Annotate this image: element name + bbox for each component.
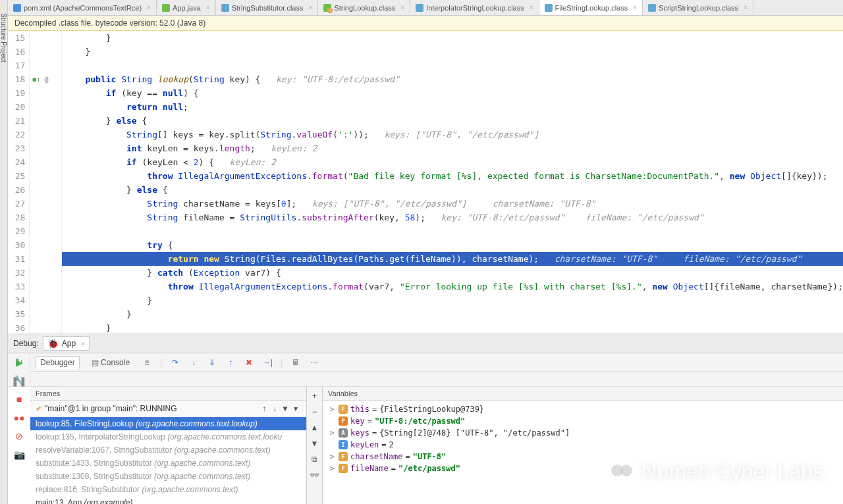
stack-frame-row[interactable]: replace:816, StringSubstitutor (org.apac… (30, 483, 306, 496)
editor-tab[interactable]: StringSubstitutor.class× (216, 0, 319, 15)
chevron-down-icon[interactable]: ▾ (290, 403, 301, 414)
frames-side-controls: + − ▲ ▼ ⧉ 👓 (307, 387, 323, 504)
thread-selector[interactable]: ✔ "main"@1 in group "main": RUNNING ↑ ↓ … (30, 401, 306, 417)
stack-frame-row[interactable]: main:13, App (org.example) (30, 496, 306, 504)
debug-config-tab[interactable]: 🐞 App × (43, 336, 90, 351)
stack-frame-row[interactable]: resolveVariable:1067, StringSubstitutor … (30, 443, 306, 457)
remove-watch-icon[interactable]: − (310, 407, 320, 417)
stop-icon[interactable]: ■ (13, 393, 25, 405)
editor-tab[interactable]: pom.xml (ApacheCommonsTextRce)× (8, 0, 157, 15)
tab-label: App.java (173, 4, 201, 12)
prev-frame-icon[interactable]: ↑ (259, 403, 269, 414)
variable-row[interactable]: P key = "UTF-8:/etc/passwd" (325, 415, 840, 427)
frames-header: Frames (30, 387, 306, 401)
expand-icon[interactable] (328, 416, 336, 426)
next-frame-icon[interactable]: ↓ (269, 403, 280, 414)
threads-icon[interactable]: ≡ (142, 357, 152, 368)
force-step-into-icon[interactable]: ⇓ (207, 357, 217, 368)
line-number-gutter: 1516171819202122232425262728293031323334… (8, 31, 30, 334)
project-tool-strip[interactable]: Structure Project (0, 0, 8, 504)
mute-breakpoints-icon[interactable]: ⊘ (13, 430, 25, 442)
editor-tab[interactable]: ScriptStringLookup.class× (643, 0, 753, 15)
frames-panel: Frames ✔ "main"@1 in group "main": RUNNI… (30, 387, 307, 504)
debug-config-name: App (62, 339, 76, 348)
debug-tabs-row: Debugger ▤ Console ≡ | ↷ ↓ ⇓ ↑ ✖ →| | 🖩 … (30, 353, 843, 372)
close-icon[interactable]: × (147, 4, 151, 11)
file-type-icon (416, 4, 423, 12)
debugger-tab[interactable]: Debugger (36, 356, 80, 369)
thread-status-text: "main"@1 in group "main": RUNNING (45, 404, 259, 413)
close-icon[interactable]: × (530, 4, 533, 11)
editor-tab[interactable]: InterpolatorStringLookup.class× (410, 0, 539, 15)
up-icon[interactable]: ▲ (310, 422, 320, 433)
expand-icon[interactable]: > (328, 452, 336, 461)
debug-tool-window-header[interactable]: Debug: 🐞 App × (8, 334, 843, 353)
editor-tab[interactable]: App.java× (157, 0, 216, 15)
view-breakpoints-icon[interactable]: ●● (13, 412, 25, 424)
tab-label: pom.xml (ApacheCommonsTextRce) (24, 4, 142, 12)
file-type-icon (13, 4, 21, 12)
check-icon: ✔ (36, 404, 42, 413)
copy-icon[interactable]: ⧉ (310, 454, 320, 465)
var-type-icon: F (339, 464, 348, 473)
stack-frame-row[interactable]: lookup:85, FileStringLookup (org.apache.… (30, 417, 306, 430)
close-icon[interactable]: × (308, 4, 312, 11)
resume-icon[interactable]: ▶ (13, 357, 25, 368)
expand-icon[interactable]: > (328, 405, 336, 414)
var-type-icon: A (339, 428, 348, 438)
tab-label: FileStringLookup.class (555, 4, 628, 12)
step-out-icon[interactable]: ↑ (225, 357, 236, 368)
var-type-icon: P (339, 416, 348, 426)
debug-side-buttons: ▶ ❚❚ ■ ●● ⊘ 📷 (8, 354, 30, 461)
editor-tabs: pom.xml (ApacheCommonsTextRce)×App.java×… (8, 0, 843, 16)
drop-frame-icon[interactable]: ✖ (244, 357, 254, 368)
frames-list[interactable]: lookup:85, FileStringLookup (org.apache.… (30, 417, 306, 504)
file-type-icon (323, 4, 331, 12)
evaluate-icon[interactable]: 🖩 (290, 357, 301, 368)
stack-frame-row[interactable]: lookup:135, InterpolatorStringLookup (or… (30, 430, 306, 443)
file-type-icon (648, 4, 656, 12)
stack-frame-row[interactable]: substitute:1308, StringSubstitutor (org.… (30, 470, 306, 483)
editor-tab[interactable]: FileStringLookup.class× (539, 0, 643, 15)
step-over-icon[interactable]: ↷ (170, 357, 180, 368)
expand-icon[interactable] (328, 440, 336, 449)
var-type-icon: F (339, 405, 348, 414)
debug-toolbar: ↻ 🔧 Debugger ▤ Console ≡ | ↷ ↓ ⇓ ↑ ✖ →| … (8, 353, 843, 387)
tab-label: InterpolatorStringLookup.class (426, 4, 524, 12)
bug-icon: 🐞 (47, 338, 59, 349)
close-icon[interactable]: × (400, 4, 404, 11)
camera-icon[interactable]: 📷 (13, 449, 25, 461)
variables-header: Variables (323, 387, 843, 401)
run-to-cursor-icon[interactable]: →| (262, 357, 273, 368)
variable-row[interactable]: >F fileName = "/etc/passwd" (325, 463, 840, 474)
add-watch-icon[interactable]: + (310, 391, 320, 401)
variable-row[interactable]: I keyLen = 2 (325, 439, 840, 451)
debug-label: Debug: (13, 339, 39, 348)
icon-gutter: ●↑ @ (30, 31, 62, 334)
variable-row[interactable]: >F this = {FileStringLookup@739} (325, 403, 840, 415)
down-icon[interactable]: ▼ (310, 438, 320, 449)
close-icon[interactable]: × (633, 4, 637, 11)
file-type-icon (545, 4, 553, 12)
expand-icon[interactable]: > (328, 464, 336, 473)
close-icon[interactable]: × (744, 4, 748, 11)
console-tab[interactable]: ▤ Console (88, 357, 134, 368)
tab-label: StringSubstitutor.class (232, 4, 304, 12)
step-into-icon[interactable]: ↓ (188, 357, 199, 368)
glasses-icon[interactable]: 👓 (310, 470, 320, 480)
var-type-icon: F (339, 452, 348, 461)
editor-tab[interactable]: StringLookup.class× (318, 0, 410, 15)
trace-icon[interactable]: ⋯ (309, 357, 319, 368)
variable-row[interactable]: >F charsetName = "UTF-8" (325, 451, 840, 463)
var-type-icon: I (339, 440, 348, 449)
expand-icon[interactable]: > (328, 428, 336, 438)
variables-tree[interactable]: >F this = {FileStringLookup@739} P key =… (323, 401, 843, 504)
code-area[interactable]: } } public String lookup(String key) { k… (62, 31, 843, 334)
variable-row[interactable]: >A keys = {String[2]@748} ["UTF-8", "/et… (325, 427, 840, 439)
pause-icon[interactable]: ❚❚ (13, 375, 25, 387)
code-editor[interactable]: 1516171819202122232425262728293031323334… (8, 31, 843, 334)
stack-frame-row[interactable]: substitute:1433, StringSubstitutor (org.… (30, 457, 306, 470)
close-icon[interactable]: × (206, 4, 210, 11)
close-icon[interactable]: × (81, 340, 85, 347)
filter-icon[interactable]: ▼ (280, 403, 290, 414)
